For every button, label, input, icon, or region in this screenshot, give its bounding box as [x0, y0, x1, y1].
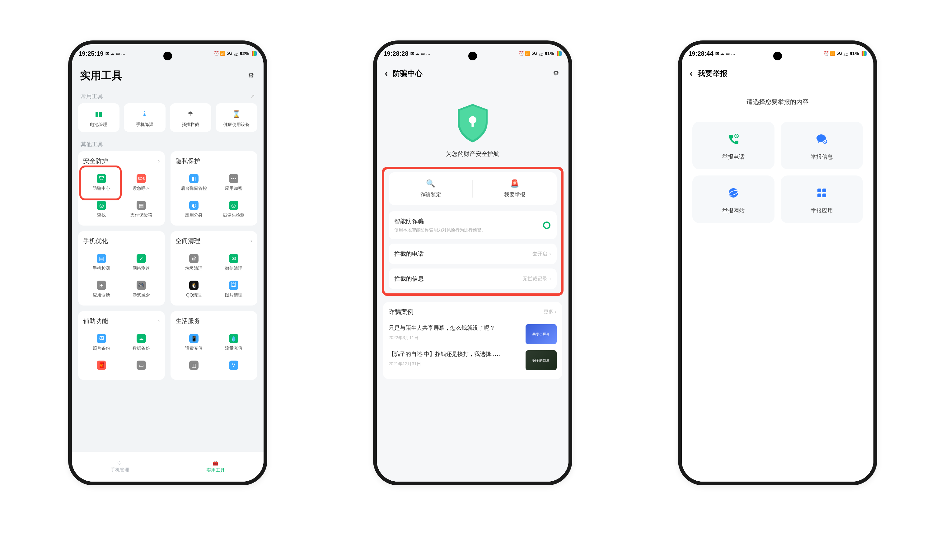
- assist-extra-2[interactable]: ▭: [122, 356, 161, 377]
- clean-wechat[interactable]: ✉微信清理: [214, 249, 254, 276]
- back-icon[interactable]: ‹: [690, 68, 693, 78]
- tool-digital-wellbeing[interactable]: ⌛健康使用设备: [215, 103, 257, 132]
- status-time: 19:28:28: [384, 50, 409, 57]
- front-camera-dot: [773, 52, 782, 60]
- antifraud-action-pair: 🔍诈骗鉴定 🚨我要举报: [389, 172, 557, 205]
- svg-rect-11: [817, 194, 821, 197]
- setting-blocked-calls[interactable]: 拦截的电话 去开启›: [389, 244, 557, 264]
- opt-phone-check[interactable]: ▤手机检测: [82, 249, 122, 276]
- cases-more[interactable]: 更多 ›: [543, 309, 557, 315]
- assist-photo-backup[interactable]: 🖼照片备份: [82, 329, 122, 356]
- tool-harassment-block[interactable]: ☂骚扰拦截: [170, 103, 212, 132]
- privacy-app-lock[interactable]: •••应用加密: [214, 169, 254, 196]
- dots-icon: •••: [229, 174, 239, 183]
- status-time: 19:25:19: [79, 50, 104, 57]
- sos-icon: SOS: [137, 174, 146, 183]
- privacy-popup-control[interactable]: ◧后台弹窗管控: [174, 169, 214, 196]
- report-call[interactable]: 举报电话: [693, 122, 774, 169]
- cases-title: 诈骗案例: [389, 308, 414, 316]
- chevron-right-icon: ›: [549, 276, 551, 282]
- highlight-antifraud-settings: 🔍诈骗鉴定 🚨我要举报 智能防诈骗使用本地智能防诈骗能力对风险行为进行预警。 拦…: [382, 167, 563, 296]
- tile-icon: ◫: [189, 361, 199, 370]
- camera-detect-icon: ◎: [229, 201, 239, 210]
- check-icon: ▤: [97, 254, 106, 263]
- mobile-icon: 📱: [189, 334, 199, 343]
- report-app[interactable]: 举报应用: [781, 175, 863, 223]
- card-security: 安全防护› 🛡防骗中心 SOS紧急呼叫 ◎查找 ▤支付保险箱: [78, 151, 165, 226]
- report-message[interactable]: 举报信息: [781, 122, 863, 169]
- life-extra-2[interactable]: V: [214, 356, 254, 377]
- assist-data-backup[interactable]: ☁数据备份: [122, 329, 161, 356]
- status-battery: 91%: [545, 51, 554, 56]
- settings-icon[interactable]: ⚙: [552, 69, 560, 78]
- card-optimize: 手机优化 ▤手机检测 ✓网络测速 ⊞应用诊断 🎮游戏魔盒: [78, 231, 165, 306]
- back-icon[interactable]: ‹: [385, 68, 388, 78]
- action-fraud-identify[interactable]: 🔍诈骗鉴定: [389, 172, 472, 205]
- chevron-right-icon[interactable]: ›: [158, 158, 160, 164]
- alarm-icon: 🚨: [510, 179, 519, 188]
- clean-images[interactable]: 🖼图片清理: [214, 276, 254, 303]
- case-article-1[interactable]: 只是与陌生人共享屏幕，怎么钱就没了呢？2022年3月11日 共享◇屏幕: [389, 321, 557, 347]
- tool-phone-cooling[interactable]: 🌡手机降温: [124, 103, 166, 132]
- status-battery: 91%: [850, 51, 859, 56]
- apps-grid-icon: [816, 187, 828, 202]
- stamp-icon: 🔍: [426, 179, 435, 188]
- wechat-icon: ✉: [229, 254, 239, 263]
- report-prompt: 请选择您要举报的内容: [682, 98, 873, 106]
- message-no-icon: [816, 133, 828, 148]
- assist-extra-1[interactable]: 🧧: [82, 356, 122, 377]
- umbrella-icon: ☂: [186, 109, 195, 119]
- red-envelope-icon: 🧧: [97, 361, 106, 370]
- chevron-right-icon[interactable]: ›: [158, 318, 160, 324]
- thermometer-icon: 🌡: [140, 109, 149, 119]
- opt-net-speed[interactable]: ✓网络测速: [122, 249, 161, 276]
- page-header: ‹ 防骗中心 ⚙: [377, 63, 568, 85]
- phone-no-icon: [727, 133, 740, 148]
- phone-1-utilities: 19:25:19✉ ☁ ▭ … ⏰ 📶 5G 4G 92% 实用工具 ⚙ 常用工…: [68, 40, 267, 485]
- svg-rect-1: [471, 121, 474, 127]
- life-data-recharge[interactable]: 💧流量充值: [214, 329, 254, 356]
- fraud-cases-card: 诈骗案例 更多 › 只是与陌生人共享屏幕，怎么钱就没了呢？2022年3月11日 …: [383, 302, 562, 379]
- front-camera-dot: [163, 52, 172, 60]
- report-website[interactable]: 举报网站: [693, 175, 774, 223]
- clean-qq[interactable]: 🐧QQ清理: [174, 276, 214, 303]
- article-thumbnail: 骗子的自述: [526, 350, 557, 370]
- settings-icon[interactable]: ⚙: [247, 71, 255, 80]
- bottom-tab-bar: 🛡手机管理 🧰实用工具: [72, 452, 263, 482]
- life-phone-recharge[interactable]: 📱话费充值: [174, 329, 214, 356]
- tab-utilities[interactable]: 🧰实用工具: [168, 452, 263, 482]
- page-header: 实用工具 ⚙: [72, 63, 263, 89]
- report-options-grid: 举报电话 举报信息 举报网站 举报应用: [682, 122, 873, 223]
- gamepad-icon: 🎮: [137, 281, 146, 290]
- case-article-2[interactable]: 【骗子的自述·中】挣钱还是挨打，我选择……2021年12月31日 骗子的自述: [389, 347, 557, 373]
- clean-trash[interactable]: 🗑垃圾清理: [174, 249, 214, 276]
- toggle-smart-antifraud[interactable]: [537, 221, 551, 229]
- setting-smart-antifraud[interactable]: 智能防诈骗使用本地智能防诈骗能力对风险行为进行预警。: [389, 211, 557, 239]
- drop-icon: 💧: [229, 334, 239, 343]
- section-common-tools: 常用工具↗: [72, 89, 263, 103]
- common-tools-row: ▮▮电池管理 🌡手机降温 ☂骚扰拦截 ⌛健康使用设备: [72, 103, 263, 137]
- shield-hero: 为您的财产安全护航: [377, 85, 568, 164]
- tab-phone-manager[interactable]: 🛡手机管理: [72, 452, 168, 482]
- privacy-camera-detect[interactable]: ◎摄像头检测: [214, 196, 254, 223]
- qq-icon: 🐧: [189, 281, 199, 290]
- security-payment-safe[interactable]: ▤支付保险箱: [122, 196, 161, 223]
- shield-illustration: [454, 101, 491, 145]
- svg-rect-9: [817, 189, 821, 192]
- phone-2-antifraud-center: 19:28:28✉ ☁ ▭ … ⏰ 📶 5G 4G 91% ‹ 防骗中心 ⚙ 为…: [373, 40, 572, 485]
- safe-icon: ▤: [137, 201, 146, 210]
- opt-app-diagnose[interactable]: ⊞应用诊断: [82, 276, 122, 303]
- highlight-antifraud: [79, 166, 122, 200]
- chevron-right-icon[interactable]: ›: [251, 238, 252, 244]
- clone-icon: ◐: [189, 201, 199, 210]
- privacy-app-clone[interactable]: ◐应用分身: [174, 196, 214, 223]
- opt-game-box[interactable]: 🎮游戏魔盒: [122, 276, 161, 303]
- tool-battery-management[interactable]: ▮▮电池管理: [78, 103, 120, 132]
- photo-icon: 🖼: [97, 334, 106, 343]
- page-header: ‹ 我要举报: [682, 63, 873, 85]
- security-sos[interactable]: SOS紧急呼叫: [122, 169, 161, 196]
- card-cleanup: 空间清理› 🗑垃圾清理 ✉微信清理 🐧QQ清理 🖼图片清理: [171, 231, 257, 306]
- life-extra-1[interactable]: ◫: [174, 356, 214, 377]
- setting-blocked-messages[interactable]: 拦截的信息 无拦截记录›: [389, 268, 557, 289]
- action-report[interactable]: 🚨我要举报: [472, 172, 557, 205]
